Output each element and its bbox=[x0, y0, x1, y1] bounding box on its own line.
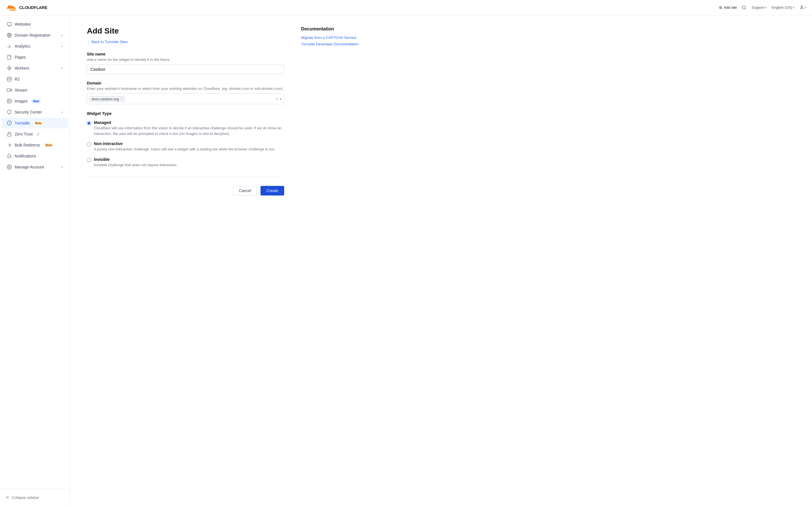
search-button[interactable] bbox=[742, 5, 746, 10]
radio-invisible[interactable] bbox=[87, 158, 91, 162]
manage-account-chevron-icon: ▾ bbox=[61, 166, 63, 169]
svg-marker-13 bbox=[10, 89, 11, 91]
domain-clear-icon[interactable]: × bbox=[276, 97, 278, 101]
sidebar-item-websites-label: Websites bbox=[15, 22, 31, 26]
sidebar-item-pages-label: Pages bbox=[15, 55, 26, 59]
radio-invisible-label: Invisible bbox=[94, 157, 177, 162]
svg-rect-18 bbox=[7, 134, 11, 136]
sidebar-item-analytics-label: Analytics bbox=[15, 44, 31, 48]
bulk-redirects-icon bbox=[7, 143, 12, 148]
sidebar-item-notifications[interactable]: Notifications bbox=[2, 151, 68, 161]
sidebar-item-security-center[interactable]: Security Center ▾ bbox=[2, 107, 68, 117]
widget-type-section: Widget Type Managed Cloudflare will use … bbox=[87, 111, 284, 168]
sidebar-item-websites[interactable]: Websites bbox=[2, 19, 68, 30]
radio-managed[interactable] bbox=[87, 121, 91, 125]
radio-noninteractive-content: Non-interactive A purely non-interactive… bbox=[94, 142, 275, 152]
sidebar-item-r2-label: R2 bbox=[15, 77, 20, 81]
svg-point-2 bbox=[801, 6, 802, 7]
language-button[interactable]: English (US) ▾ bbox=[772, 5, 795, 10]
radio-managed-content: Managed Cloudflare will use information … bbox=[94, 120, 284, 136]
zero-trust-icon bbox=[7, 131, 12, 136]
domain-text-input[interactable] bbox=[126, 97, 274, 101]
pages-icon bbox=[7, 55, 12, 60]
widget-type-heading: Widget Type bbox=[87, 111, 284, 116]
support-button[interactable]: Support ▾ bbox=[751, 5, 767, 10]
radio-noninteractive[interactable] bbox=[87, 142, 91, 147]
domain-tag-value: door.casdoor.org bbox=[92, 97, 119, 101]
domain-input-wrap[interactable]: door.casdoor.org × × ▾ bbox=[87, 94, 284, 104]
cancel-button[interactable]: Cancel bbox=[233, 186, 257, 195]
site-name-label: Site name bbox=[87, 52, 284, 56]
radio-option-invisible: Invisible Invisible challenge that does … bbox=[87, 157, 284, 168]
images-new-badge: New bbox=[32, 99, 41, 103]
topnav-right-area: ⊕ Add site Support ▾ English (US) ▾ ▾ bbox=[719, 5, 807, 10]
language-label: English (US) bbox=[772, 5, 792, 10]
domain-dropdown-icon[interactable]: ▾ bbox=[280, 97, 282, 101]
user-menu-button[interactable]: ▾ bbox=[800, 5, 806, 10]
svg-rect-14 bbox=[7, 89, 10, 92]
page-layout: Websites Domain Registration ▾ Analytics… bbox=[0, 0, 812, 507]
svg-marker-11 bbox=[7, 66, 11, 70]
svg-point-12 bbox=[7, 77, 11, 78]
sidebar-item-bulk-redirects-label: Bulk Redirects bbox=[15, 143, 40, 147]
workers-chevron-icon: ▾ bbox=[61, 67, 63, 70]
widget-type-radio-group: Managed Cloudflare will use information … bbox=[87, 120, 284, 168]
support-chevron-icon: ▾ bbox=[765, 6, 767, 9]
sidebar-item-workers[interactable]: Workers ▾ bbox=[2, 63, 68, 73]
add-site-button[interactable]: ⊕ Add site bbox=[719, 5, 737, 10]
stream-icon bbox=[7, 88, 12, 93]
analytics-chevron-icon: ▾ bbox=[61, 45, 63, 48]
sidebar-item-bulk-redirects[interactable]: Bulk Redirects Beta bbox=[2, 140, 68, 151]
radio-invisible-content: Invisible Invisible challenge that does … bbox=[94, 157, 177, 168]
sidebar-item-stream-label: Stream bbox=[15, 88, 28, 93]
radio-noninteractive-desc: A purely non-interactive challenge. User… bbox=[94, 147, 275, 152]
cloudflare-logo-text: CLOUDFLARE bbox=[19, 5, 47, 10]
site-name-input[interactable] bbox=[87, 64, 284, 74]
sidebar: Websites Domain Registration ▾ Analytics… bbox=[0, 15, 70, 507]
sidebar-item-notifications-label: Notifications bbox=[15, 154, 36, 158]
external-link-icon bbox=[36, 133, 40, 136]
domain-label: Domain bbox=[87, 81, 284, 86]
sidebar-item-manage-account[interactable]: Manage Account ▾ bbox=[2, 162, 68, 172]
sidebar-item-stream[interactable]: Stream bbox=[2, 85, 68, 96]
logo[interactable]: CLOUDFLARE bbox=[6, 4, 47, 11]
site-name-hint: Add a name for the widget to identify it… bbox=[87, 57, 284, 62]
svg-line-19 bbox=[38, 133, 39, 134]
sidebar-item-images[interactable]: Images New bbox=[2, 96, 68, 107]
radio-noninteractive-label: Non-interactive bbox=[94, 142, 275, 146]
user-chevron-icon: ▾ bbox=[805, 6, 806, 9]
sidebar-item-zero-trust[interactable]: Zero Trust bbox=[2, 129, 68, 139]
action-bar: Cancel Create bbox=[87, 186, 284, 195]
svg-point-16 bbox=[8, 100, 9, 101]
domain-chevron-icon: ▾ bbox=[61, 34, 63, 37]
back-link[interactable]: ← Back to Turnstile Sites bbox=[87, 40, 128, 44]
docs-link-turnstile[interactable]: Turnstile Developer Documentation bbox=[301, 42, 363, 46]
domain-hint: Enter your website's hostname or select … bbox=[87, 87, 284, 91]
sidebar-item-r2[interactable]: R2 bbox=[2, 74, 68, 84]
bulk-redirects-beta-badge: Beta bbox=[44, 143, 54, 147]
create-button[interactable]: Create bbox=[260, 186, 284, 195]
plus-icon: ⊕ bbox=[719, 5, 722, 10]
monitor-icon bbox=[7, 22, 12, 27]
bell-icon bbox=[7, 154, 12, 159]
sidebar-item-security-label: Security Center bbox=[15, 110, 42, 114]
sidebar-item-turnstile[interactable]: Turnstile Beta bbox=[2, 118, 68, 128]
turnstile-icon bbox=[7, 121, 12, 126]
svg-line-1 bbox=[745, 8, 746, 9]
user-icon bbox=[800, 5, 804, 10]
collapse-sidebar-button[interactable]: Collapse sidebar bbox=[0, 492, 70, 503]
images-icon bbox=[7, 99, 12, 104]
sidebar-items: Websites Domain Registration ▾ Analytics… bbox=[0, 15, 70, 176]
sidebar-item-domain-registration[interactable]: Domain Registration ▾ bbox=[2, 30, 68, 41]
docs-title: Documentation bbox=[301, 26, 363, 32]
form-panel: Add Site ← Back to Turnstile Sites Site … bbox=[87, 26, 284, 195]
svg-rect-3 bbox=[7, 22, 11, 25]
collapse-label: Collapse sidebar bbox=[12, 496, 39, 500]
domain-tag-remove[interactable]: × bbox=[121, 97, 123, 101]
collapse-icon bbox=[5, 495, 10, 500]
cloudflare-logo-icon bbox=[6, 4, 17, 11]
sidebar-item-pages[interactable]: Pages bbox=[2, 52, 68, 62]
turnstile-beta-badge: Beta bbox=[34, 121, 43, 125]
docs-link-captcha[interactable]: Migrate from a CAPTCHA Service bbox=[301, 36, 363, 40]
sidebar-item-analytics[interactable]: Analytics ▾ bbox=[2, 41, 68, 52]
